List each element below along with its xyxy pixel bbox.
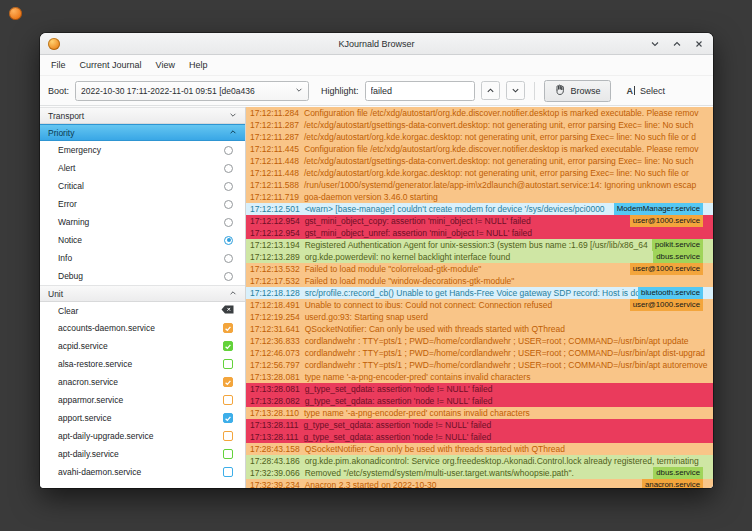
boot-label: Boot:: [48, 86, 69, 96]
log-row[interactable]: 17:12:11.284Configuration file /etc/xdg/…: [246, 107, 713, 119]
unit-filter-avahi-daemon-service[interactable]: avahi-daemon.service: [40, 463, 245, 481]
log-row[interactable]: 17:12:12.954gst_mini_object_unref: asser…: [246, 227, 713, 239]
log-row[interactable]: 17:12:18.128src/profile.c:record_cb() Un…: [246, 287, 713, 299]
boot-combobox[interactable]: 2022-10-30 17:11-2022-11-01 09:51 [de0a4…: [75, 81, 309, 101]
log-row[interactable]: 17:12:46.073cordlandwehr : TTY=pts/1 ; P…: [246, 347, 713, 359]
close-icon[interactable]: [692, 37, 706, 51]
unit-badge[interactable]: dbus.service: [653, 251, 703, 263]
unit-checkbox[interactable]: [223, 413, 233, 423]
unit-checkbox[interactable]: [223, 377, 233, 387]
unit-checkbox[interactable]: [223, 467, 233, 477]
log-message: g_type_set_qdata: assertion 'node != NUL…: [303, 432, 491, 442]
app-icon: [48, 38, 60, 50]
unit-badge[interactable]: polkit.service: [652, 239, 703, 251]
unit-filter-accounts-daemon-service[interactable]: accounts-daemon.service: [40, 319, 245, 337]
unit-checkbox[interactable]: [223, 431, 233, 441]
menu-item-view[interactable]: View: [149, 55, 182, 75]
priority-option-error[interactable]: Error: [40, 195, 245, 213]
section-header-transport[interactable]: Transport: [40, 107, 245, 124]
unit-badge[interactable]: user@1000.service: [630, 263, 703, 275]
unit-filter-apport-service[interactable]: apport.service: [40, 409, 245, 427]
section-header-priority[interactable]: Priority: [40, 124, 245, 141]
chevron-up-icon: [229, 128, 237, 138]
menu-item-file[interactable]: File: [44, 55, 73, 75]
unit-checkbox[interactable]: [223, 395, 233, 405]
log-row[interactable]: 17:12:17.532Failed to load module "windo…: [246, 275, 713, 287]
select-button[interactable]: A Select: [617, 80, 676, 102]
radio-button[interactable]: [224, 146, 233, 155]
log-row[interactable]: 17:32:39.234Anacron 2.3 started on 2022-…: [246, 479, 713, 488]
priority-option-notice[interactable]: Notice: [40, 231, 245, 249]
log-row[interactable]: 17:13:28.111g_type_set_qdata: assertion …: [246, 431, 713, 443]
priority-option-warning[interactable]: Warning: [40, 213, 245, 231]
log-row[interactable]: 17:12:18.491Unable to connect to ibus: C…: [246, 299, 713, 311]
log-row[interactable]: 17:12:56.797cordlandwehr : TTY=pts/1 ; P…: [246, 359, 713, 371]
log-row[interactable]: 17:13:28.081g_type_set_qdata: assertion …: [246, 383, 713, 395]
log-row[interactable]: 17:12:11.287/etc/xdg/autostart/gsettings…: [246, 119, 713, 131]
unit-badge[interactable]: ModemManager.service: [614, 203, 703, 215]
log-row[interactable]: 17:13:28.082g_type_set_qdata: assertion …: [246, 395, 713, 407]
radio-button[interactable]: [224, 236, 233, 245]
radio-button[interactable]: [224, 164, 233, 173]
unit-checkbox[interactable]: [223, 449, 233, 459]
radio-button[interactable]: [224, 182, 233, 191]
unit-section-label: Unit: [48, 289, 63, 299]
search-prev-icon[interactable]: [481, 81, 500, 100]
log-row[interactable]: 17:12:11.448/etc/xdg/autostart/org.kde.k…: [246, 167, 713, 179]
menu-item-current-journal[interactable]: Current Journal: [73, 55, 149, 75]
log-row[interactable]: 17:12:12.501<warn> [base-manager] couldn…: [246, 203, 713, 215]
log-row[interactable]: 17:12:11.719goa-daemon version 3.46.0 st…: [246, 191, 713, 203]
unit-badge[interactable]: anacron.service: [642, 479, 703, 488]
unit-checkbox[interactable]: [223, 359, 233, 369]
maximize-icon[interactable]: [670, 37, 684, 51]
unit-checkbox[interactable]: [223, 323, 233, 333]
unit-filter-apparmor-service[interactable]: apparmor.service: [40, 391, 245, 409]
unit-filter-acpid-service[interactable]: acpid.service: [40, 337, 245, 355]
minimize-icon[interactable]: [648, 37, 662, 51]
log-row[interactable]: 17:12:12.954gst_mini_object_copy: assert…: [246, 215, 713, 227]
log-row[interactable]: 17:12:11.448/etc/xdg/autostart/gsettings…: [246, 155, 713, 167]
log-row[interactable]: 17:12:31.641QSocketNotifier: Can only be…: [246, 323, 713, 335]
menu-item-help[interactable]: Help: [182, 55, 215, 75]
unit-badge[interactable]: user@1000.service: [630, 215, 703, 227]
log-row[interactable]: 17:12:13.532Failed to load module "color…: [246, 263, 713, 275]
titlebar[interactable]: KJournald Browser: [40, 33, 713, 55]
log-row[interactable]: 17:12:11.287/etc/xdg/autostart/org.kde.k…: [246, 131, 713, 143]
section-header-unit[interactable]: Unit: [40, 285, 245, 302]
unit-checkbox[interactable]: [223, 341, 233, 351]
log-row[interactable]: 17:12:13.194Registered Authentication Ag…: [246, 239, 713, 251]
log-row[interactable]: 17:13:28.081type name '-a-png-encoder-pr…: [246, 371, 713, 383]
radio-button[interactable]: [224, 254, 233, 263]
unit-badge[interactable]: dbus.service: [653, 467, 703, 479]
unit-clear-button[interactable]: Clear: [40, 302, 245, 319]
log-row[interactable]: 17:12:11.588/run/user/1000/systemd/gener…: [246, 179, 713, 191]
log-row[interactable]: 17:13:28.110type name '-a-png-encoder-pr…: [246, 407, 713, 419]
unit-badge[interactable]: bluetooth.service: [638, 287, 703, 299]
highlight-input[interactable]: [365, 81, 475, 101]
log-row[interactable]: 17:12:11.445Configuration file /etc/xdg/…: [246, 143, 713, 155]
log-row[interactable]: 17:13:28.111g_type_set_qdata: assertion …: [246, 419, 713, 431]
search-next-icon[interactable]: [506, 81, 525, 100]
radio-button[interactable]: [224, 272, 233, 281]
log-message: org.kde.powerdevil: no kernel backlight …: [305, 252, 511, 262]
unit-filter-alsa-restore-service[interactable]: alsa-restore.service: [40, 355, 245, 373]
hand-browse-icon: [554, 84, 566, 98]
radio-button[interactable]: [224, 218, 233, 227]
priority-option-critical[interactable]: Critical: [40, 177, 245, 195]
log-row[interactable]: 17:32:39.066Removed "/etc/systemd/system…: [246, 467, 713, 479]
log-row[interactable]: 17:12:19.254userd.go:93: Starting snap u…: [246, 311, 713, 323]
radio-button[interactable]: [224, 200, 233, 209]
priority-option-emergency[interactable]: Emergency: [40, 141, 245, 159]
unit-filter-apt-daily-service[interactable]: apt-daily.service: [40, 445, 245, 463]
priority-option-info[interactable]: Info: [40, 249, 245, 267]
unit-filter-apt-daily-upgrade-service[interactable]: apt-daily-upgrade.service: [40, 427, 245, 445]
log-row[interactable]: 17:28:43.186org.kde.pim.akonadicontrol: …: [246, 455, 713, 467]
priority-option-debug[interactable]: Debug: [40, 267, 245, 285]
browse-button[interactable]: Browse: [544, 80, 611, 102]
log-row[interactable]: 17:12:36.833cordlandwehr : TTY=pts/1 ; P…: [246, 335, 713, 347]
unit-filter-anacron-service[interactable]: anacron.service: [40, 373, 245, 391]
log-row[interactable]: 17:12:13.289org.kde.powerdevil: no kerne…: [246, 251, 713, 263]
priority-option-alert[interactable]: Alert: [40, 159, 245, 177]
unit-badge[interactable]: user@1000.service: [630, 299, 703, 311]
log-row[interactable]: 17:28:43.158QSocketNotifier: Can only be…: [246, 443, 713, 455]
